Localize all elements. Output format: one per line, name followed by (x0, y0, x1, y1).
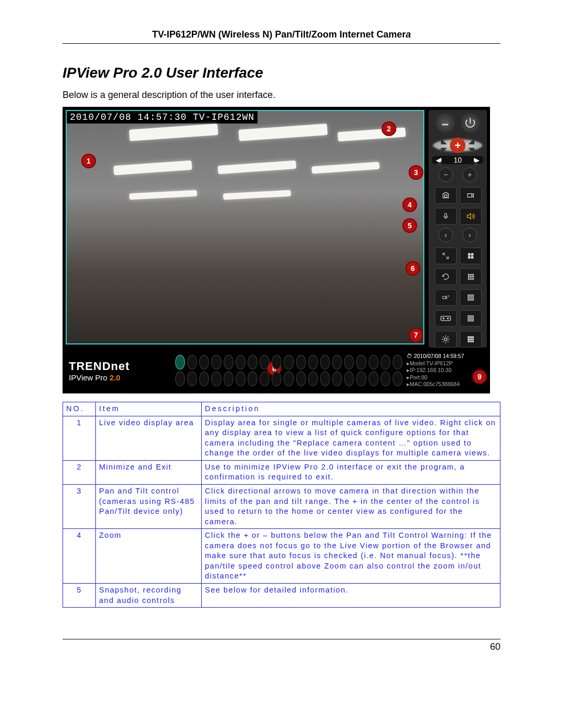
layout-6x6-button[interactable] (460, 310, 482, 327)
camera-slot[interactable] (393, 372, 402, 386)
next-button[interactable]: › (462, 228, 477, 242)
ipview-window: 2010/07/08 14:57:30 TV-IP612WN 1 2 3 4 5… (63, 107, 490, 393)
camera-slot[interactable] (332, 372, 342, 386)
arrow-upleft-icon[interactable]: ◤ (441, 146, 447, 154)
arrow-upright-icon[interactable]: ◥ (469, 146, 474, 154)
arrow-left-icon[interactable]: ◀ (436, 159, 442, 168)
cell-desc: Use to minimize IPView Pro 2.0 interface… (202, 460, 500, 484)
camera-slot-grid[interactable] (173, 351, 405, 390)
camera-slot[interactable] (381, 372, 390, 386)
zoom-in-button[interactable]: + (462, 167, 477, 182)
layout-2x2-button[interactable] (460, 248, 482, 264)
cell-desc: Display area for single or multiple came… (202, 416, 500, 460)
svg-rect-4 (468, 315, 474, 322)
product-version: 2.0 (109, 373, 120, 382)
speaker-button[interactable] (460, 208, 482, 225)
minimize-button[interactable] (435, 113, 455, 133)
settings-button[interactable] (435, 331, 457, 348)
layout-4x4-button[interactable] (460, 289, 482, 306)
camera-slot[interactable] (296, 372, 306, 386)
refresh-button[interactable] (435, 268, 457, 285)
camera-slot[interactable] (369, 372, 378, 386)
exit-button[interactable] (460, 113, 480, 133)
cell-no: 1 (63, 416, 96, 460)
microphone-icon (442, 212, 449, 221)
camera-slot[interactable] (260, 355, 270, 369)
camera-slot[interactable] (248, 355, 258, 369)
arrow-right-icon[interactable]: ▶ (474, 159, 480, 168)
camera-slot[interactable] (356, 355, 366, 369)
camera-slot[interactable] (175, 372, 185, 386)
svg-rect-1 (441, 316, 450, 320)
cell-no: 5 (63, 584, 96, 608)
camera-slot[interactable] (199, 355, 209, 369)
fullscreen-button[interactable] (435, 248, 457, 264)
callout-marker-5: 5 (402, 218, 417, 233)
camera-slot[interactable] (308, 372, 318, 386)
camera-slot[interactable] (236, 355, 246, 369)
grid-4x4-icon (466, 294, 475, 301)
camera-slot[interactable] (211, 355, 221, 369)
callout-marker-4: 4 (402, 198, 417, 212)
camera-slot[interactable] (272, 355, 282, 369)
camera-slot[interactable] (284, 355, 293, 369)
camera-slot[interactable] (381, 355, 390, 369)
mic-button[interactable] (435, 208, 457, 225)
live-video-display[interactable]: 2010/07/08 14:57:30 TV-IP612WN 1 (66, 110, 424, 344)
camera-slot[interactable] (344, 355, 354, 369)
camera-slot[interactable] (356, 372, 366, 386)
camera-slot[interactable] (332, 355, 342, 369)
layout-3x3-button[interactable] (460, 268, 482, 285)
cell-no: 4 (63, 529, 96, 584)
camera-slot[interactable] (224, 372, 234, 386)
pan-tilt-control[interactable]: ▲ ▼ ◀ ▶ ◤ ◥ ◣ ◢ + (432, 138, 483, 153)
arrow-downleft-icon[interactable]: ◣ (441, 137, 447, 145)
table-row: 4 Zoom Click the + or – buttons below th… (63, 529, 500, 584)
camera-icon (440, 191, 451, 200)
nav-row: ‹ › (434, 228, 482, 242)
callout-marker-6: 6 (406, 261, 420, 276)
camera-slot[interactable] (187, 372, 197, 386)
doc-header-main: TV-IP612P/WN (Wireless N) Pan/Tilt/Zoom … (152, 29, 406, 40)
playback-button[interactable] (435, 310, 457, 327)
camera-slot[interactable] (248, 372, 258, 386)
info-port-lbl: Port: (410, 374, 421, 380)
camera-slot[interactable] (211, 372, 221, 386)
camera-slot[interactable] (272, 372, 282, 386)
info-datetime: 2010/07/08 14:59:57 (414, 353, 464, 359)
th-no: NO. (63, 402, 96, 416)
cell-item: Live video display area (96, 416, 202, 460)
camera-slot[interactable] (308, 355, 318, 369)
scene-decor (129, 190, 197, 200)
zoom-out-button[interactable]: − (438, 167, 453, 182)
camera-slot[interactable] (369, 355, 378, 369)
ptz-home-button[interactable]: + (450, 138, 466, 153)
svg-point-2 (443, 317, 444, 319)
gear-icon (441, 335, 450, 344)
camera-slot[interactable] (224, 355, 234, 369)
camera-slot[interactable] (320, 372, 330, 386)
camera-slot[interactable] (320, 355, 330, 369)
camera-slot[interactable] (393, 355, 402, 369)
camera-slot[interactable] (199, 372, 209, 386)
info-mac: 005c75388684 (423, 381, 460, 387)
camera-slot[interactable] (284, 372, 293, 386)
layout-custom-button[interactable] (460, 331, 482, 348)
camera-slot[interactable] (296, 355, 306, 369)
camera-slot[interactable] (344, 372, 354, 386)
camera-info-panel: ⏱ 2010/07/08 14:59:57 ▸Model:TV-IP612P ▸… (405, 351, 487, 390)
camera-slot[interactable] (260, 372, 270, 386)
camera-slot[interactable] (187, 355, 197, 369)
cell-desc: See below for detailed information. (202, 584, 500, 608)
arrow-downright-icon[interactable]: ◢ (469, 137, 474, 145)
table-row: 3 Pan and Tilt control (cameras using RS… (63, 484, 500, 528)
cell-item: Minimize and Exit (96, 460, 202, 484)
record-button[interactable] (460, 187, 482, 204)
speaker-icon (466, 212, 476, 221)
snapshot-button[interactable] (435, 187, 457, 204)
info-port: 80 (421, 374, 427, 380)
prev-button[interactable]: ‹ (438, 228, 453, 242)
camera-slot[interactable] (175, 355, 185, 369)
camera-slot[interactable] (236, 372, 246, 386)
multirecord-button[interactable] (435, 289, 457, 306)
